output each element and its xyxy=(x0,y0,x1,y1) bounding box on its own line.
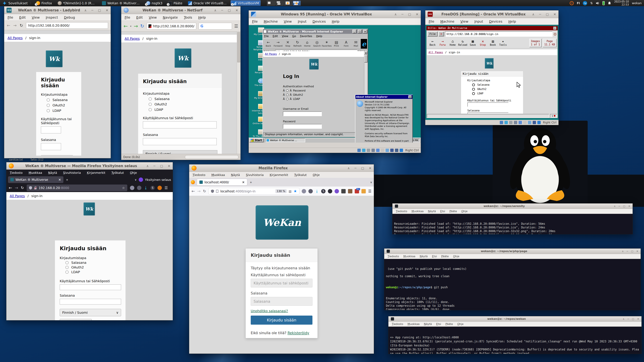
vbox-titlebar[interactable]: Windows 95 [Running] - Oracle VM Virtual… xyxy=(249,10,421,18)
ie-toolbar-button[interactable]: AFont xyxy=(341,40,351,47)
new-tab-icon[interactable]: ＋ xyxy=(66,177,69,182)
menu-item[interactable]: File xyxy=(124,15,130,19)
ie-toolbar-button[interactable]: ✕Stop xyxy=(283,40,293,47)
menu-item[interactable]: Tiedosto xyxy=(388,255,399,258)
ie-titlebar[interactable]: WeKan ® Multiverse - Microsoft Internet … xyxy=(263,29,368,34)
workspace-4-active[interactable] xyxy=(293,1,301,5)
url-input[interactable]: 192.168.0.20:8000 ☆ xyxy=(27,185,127,191)
shield-icon[interactable] xyxy=(211,190,214,193)
forgot-password-link[interactable]: Unohditko salasanasi? xyxy=(251,309,288,313)
maximize-icon[interactable]: ▢ xyxy=(408,12,411,16)
vbox-titlebar[interactable]: DOS FreeDOS [Running] - Oracle VM Virtua… xyxy=(425,10,558,18)
terminal-output[interactable]: => App running at: http://localhost:4000… xyxy=(388,327,642,354)
language-select[interactable]: Finnish / Suomi xyxy=(143,150,217,154)
username-input[interactable] xyxy=(41,126,61,133)
close-icon[interactable]: ✕ xyxy=(416,12,418,16)
taskbar-task-button[interactable]: WeKan ® Multiverse ... xyxy=(265,138,305,142)
maximize-icon[interactable]: ▢ xyxy=(228,8,231,12)
menu-item[interactable]: Kirjanmerkit xyxy=(270,173,288,177)
forward-icon[interactable]: → xyxy=(197,189,200,194)
mouse-integration-icon[interactable] xyxy=(400,149,403,152)
radio-icon[interactable] xyxy=(472,88,475,91)
ie-toolbar-button[interactable]: ↻Refresh xyxy=(293,40,302,47)
ublock-icon[interactable]: 9+ xyxy=(355,189,359,193)
dillo-toolbar-button[interactable]: ←Back xyxy=(428,40,438,46)
shade-icon[interactable]: ∧ xyxy=(394,12,397,16)
username-input[interactable]: Käyttäjätunnus tai sähköposti xyxy=(251,279,312,287)
bookmark-star-icon[interactable]: ★ xyxy=(294,189,297,193)
menu-item[interactable]: Ohje xyxy=(313,173,320,177)
menu-item[interactable]: Ohje xyxy=(461,210,468,213)
audio-icon[interactable] xyxy=(514,121,517,124)
register-link[interactable]: Rekisteröidy xyxy=(288,331,309,335)
menu-item[interactable]: Kirjanmerkit xyxy=(87,171,105,174)
maximize-icon[interactable]: ▢ xyxy=(361,166,364,170)
username-input[interactable] xyxy=(468,102,508,107)
dillo-titlebar[interactable]: Dillo: WeKan Â® Multiverse × xyxy=(426,26,558,30)
firefox-titlebar[interactable]: WeKan ® Multiverse — Mozilla Firefox Yks… xyxy=(6,162,173,170)
maximize-icon[interactable]: ▢ xyxy=(98,8,101,12)
menu-item[interactable]: Pääte xyxy=(441,255,449,258)
shade-icon[interactable]: ∧ xyxy=(622,250,624,253)
taskbar-button[interactable]: Firefox 3 xyxy=(34,0,54,6)
menu-item[interactable]: Edit xyxy=(19,15,26,19)
minimize-icon[interactable]: _ xyxy=(352,30,356,33)
menu-item[interactable]: File xyxy=(8,15,13,19)
menu-item[interactable]: Go xyxy=(292,34,296,38)
auth-method-option[interactable]: Salasana xyxy=(472,83,523,86)
close-icon[interactable]: ✕ xyxy=(636,250,638,253)
minimize-icon[interactable]: ─ xyxy=(402,12,403,16)
terminal-titlebar[interactable]: wekan@z: ~/repos/serenity ∧─▢✕ xyxy=(392,203,632,209)
menu-item[interactable]: Input xyxy=(474,19,483,23)
menu-item[interactable]: Navigate xyxy=(163,15,178,19)
ie-toolbar-button[interactable]: ←Back xyxy=(264,40,273,47)
shade-icon[interactable]: ∧ xyxy=(214,8,216,12)
menu-item[interactable]: Inspect xyxy=(46,15,58,19)
close-icon[interactable]: ✕ xyxy=(236,8,238,12)
menu-item[interactable]: Työkalut xyxy=(111,171,124,174)
auth-method-option[interactable]: Salasana xyxy=(46,98,76,102)
scrollbar-thumb[interactable] xyxy=(364,55,368,62)
menu-item[interactable]: File xyxy=(429,19,434,23)
floppy-icon[interactable] xyxy=(509,121,512,124)
taskbar-button[interactable]: WeKan ® Multiverse - L… xyxy=(100,0,142,6)
shade-icon[interactable]: ∧ xyxy=(348,166,350,170)
display-icon[interactable] xyxy=(386,149,389,152)
file-menu-button[interactable]: File xyxy=(428,31,438,36)
mouse-integration-icon[interactable] xyxy=(537,121,541,124)
desktop-icon-sanitize[interactable]: sanitize.txt xyxy=(7,158,25,161)
taskbar-button[interactable]: Pääte 5 xyxy=(166,0,184,6)
about-titlebar[interactable]: About Internet Explorer × xyxy=(355,95,412,99)
close-icon[interactable]: × xyxy=(553,27,556,30)
reload-icon[interactable]: ↻ xyxy=(140,23,144,29)
clock[interactable]: 2023-05-1022:53 xyxy=(614,0,629,6)
menu-item[interactable]: Help xyxy=(198,15,206,19)
all-pages-link[interactable]: All Pages xyxy=(8,36,23,40)
extension-fingerprint-icon[interactable] xyxy=(130,186,134,190)
menu-item[interactable]: Muokkaa xyxy=(28,171,42,174)
minimize-icon[interactable]: ─ xyxy=(221,8,223,12)
menu-item[interactable]: Devices xyxy=(312,19,326,23)
insecure-padlock-icon[interactable] xyxy=(34,186,37,190)
username-input[interactable] xyxy=(143,121,217,128)
menu-item[interactable]: Tiedosto xyxy=(192,173,205,177)
search-icon[interactable]: ⊙ xyxy=(554,32,556,36)
close-icon[interactable]: ✕ xyxy=(637,318,639,320)
maximize-icon[interactable]: ▢ xyxy=(623,205,625,207)
url-input[interactable]: http://192.168.0.20:8000/ xyxy=(26,22,108,29)
radio-icon[interactable] xyxy=(472,83,475,86)
radio-icon[interactable] xyxy=(286,89,288,92)
close-icon[interactable]: × xyxy=(363,30,367,33)
hamburger-icon[interactable]: ☰ xyxy=(234,24,238,29)
shield-icon[interactable] xyxy=(29,186,32,190)
menu-item[interactable]: Näytä xyxy=(420,255,428,258)
minimize-icon[interactable]: ─ xyxy=(628,318,629,320)
radio-icon[interactable] xyxy=(46,104,50,107)
password-input[interactable] xyxy=(283,124,322,129)
menu-item[interactable]: Help xyxy=(508,19,516,23)
minimize-icon[interactable]: ─ xyxy=(539,12,541,16)
menu-item[interactable]: Ohje xyxy=(130,171,137,174)
auth-method-option[interactable]: Â Â OAuth2 xyxy=(283,93,364,96)
back-icon[interactable]: ← xyxy=(7,23,10,28)
taskbar-button[interactable]: VirtualBoxVM 2 xyxy=(230,0,260,6)
